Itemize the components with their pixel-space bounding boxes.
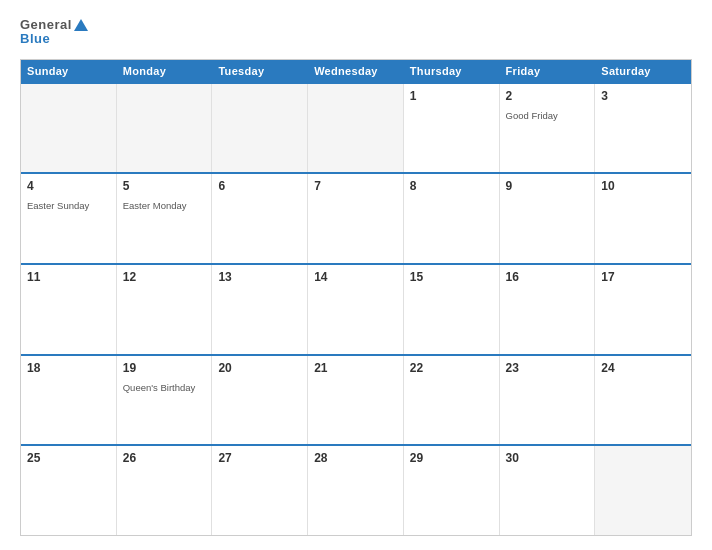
calendar-cell: 20 (212, 356, 308, 445)
day-number: 27 (218, 451, 301, 465)
holiday-label: Queen's Birthday (123, 382, 196, 393)
calendar-cell: 29 (404, 446, 500, 535)
day-number: 16 (506, 270, 589, 284)
weekday-header-friday: Friday (500, 60, 596, 82)
calendar-cell: 30 (500, 446, 596, 535)
calendar-cell (308, 84, 404, 173)
calendar-cell (21, 84, 117, 173)
day-number: 30 (506, 451, 589, 465)
day-number: 1 (410, 89, 493, 103)
calendar-cell: 7 (308, 174, 404, 263)
day-number: 19 (123, 361, 206, 375)
calendar-cell: 14 (308, 265, 404, 354)
calendar-cell: 23 (500, 356, 596, 445)
day-number: 22 (410, 361, 493, 375)
day-number: 26 (123, 451, 206, 465)
day-number: 24 (601, 361, 685, 375)
calendar-row-4: 252627282930 (21, 444, 691, 535)
calendar-cell (212, 84, 308, 173)
calendar-cell: 24 (595, 356, 691, 445)
calendar-cell: 16 (500, 265, 596, 354)
day-number: 9 (506, 179, 589, 193)
calendar-cell: 13 (212, 265, 308, 354)
calendar-cell: 4Easter Sunday (21, 174, 117, 263)
day-number: 21 (314, 361, 397, 375)
calendar-cell: 9 (500, 174, 596, 263)
calendar-cell: 26 (117, 446, 213, 535)
day-number: 29 (410, 451, 493, 465)
day-number: 18 (27, 361, 110, 375)
calendar-cell (595, 446, 691, 535)
header: General Blue (20, 18, 692, 45)
day-number: 7 (314, 179, 397, 193)
holiday-label: Good Friday (506, 110, 558, 121)
weekday-header-thursday: Thursday (404, 60, 500, 82)
calendar-cell: 18 (21, 356, 117, 445)
calendar-cell: 12 (117, 265, 213, 354)
holiday-label: Easter Sunday (27, 200, 89, 211)
day-number: 10 (601, 179, 685, 193)
calendar-cell: 19Queen's Birthday (117, 356, 213, 445)
logo-general-text: General (20, 18, 88, 32)
day-number: 25 (27, 451, 110, 465)
calendar-cell: 28 (308, 446, 404, 535)
day-number: 11 (27, 270, 110, 284)
day-number: 12 (123, 270, 206, 284)
calendar-cell: 2Good Friday (500, 84, 596, 173)
weekday-header-monday: Monday (117, 60, 213, 82)
logo: General Blue (20, 18, 88, 45)
calendar-row-1: 4Easter Sunday5Easter Monday678910 (21, 172, 691, 263)
weekday-header-tuesday: Tuesday (212, 60, 308, 82)
holiday-label: Easter Monday (123, 200, 187, 211)
calendar-cell: 10 (595, 174, 691, 263)
calendar-cell: 5Easter Monday (117, 174, 213, 263)
calendar-cell: 6 (212, 174, 308, 263)
day-number: 5 (123, 179, 206, 193)
calendar-cell: 15 (404, 265, 500, 354)
day-number: 23 (506, 361, 589, 375)
calendar-cell (117, 84, 213, 173)
day-number: 15 (410, 270, 493, 284)
weekday-header-sunday: Sunday (21, 60, 117, 82)
calendar-row-3: 1819Queen's Birthday2021222324 (21, 354, 691, 445)
calendar-cell: 8 (404, 174, 500, 263)
calendar-cell: 17 (595, 265, 691, 354)
calendar-cell: 1 (404, 84, 500, 173)
day-number: 13 (218, 270, 301, 284)
logo-triangle-icon (74, 19, 88, 31)
calendar-cell: 3 (595, 84, 691, 173)
day-number: 8 (410, 179, 493, 193)
day-number: 4 (27, 179, 110, 193)
calendar-row-2: 11121314151617 (21, 263, 691, 354)
day-number: 17 (601, 270, 685, 284)
calendar-cell: 27 (212, 446, 308, 535)
page: General Blue SundayMondayTuesdayWednesda… (0, 0, 712, 550)
day-number: 6 (218, 179, 301, 193)
calendar-cell: 25 (21, 446, 117, 535)
calendar-body: 12Good Friday34Easter Sunday5Easter Mond… (21, 82, 691, 535)
weekday-header-saturday: Saturday (595, 60, 691, 82)
calendar-cell: 22 (404, 356, 500, 445)
day-number: 14 (314, 270, 397, 284)
day-number: 20 (218, 361, 301, 375)
logo-blue-text: Blue (20, 32, 88, 45)
calendar-cell: 21 (308, 356, 404, 445)
calendar-header: SundayMondayTuesdayWednesdayThursdayFrid… (21, 60, 691, 82)
day-number: 28 (314, 451, 397, 465)
calendar-row-0: 12Good Friday3 (21, 82, 691, 173)
weekday-header-wednesday: Wednesday (308, 60, 404, 82)
day-number: 2 (506, 89, 589, 103)
calendar: SundayMondayTuesdayWednesdayThursdayFrid… (20, 59, 692, 536)
day-number: 3 (601, 89, 685, 103)
calendar-cell: 11 (21, 265, 117, 354)
